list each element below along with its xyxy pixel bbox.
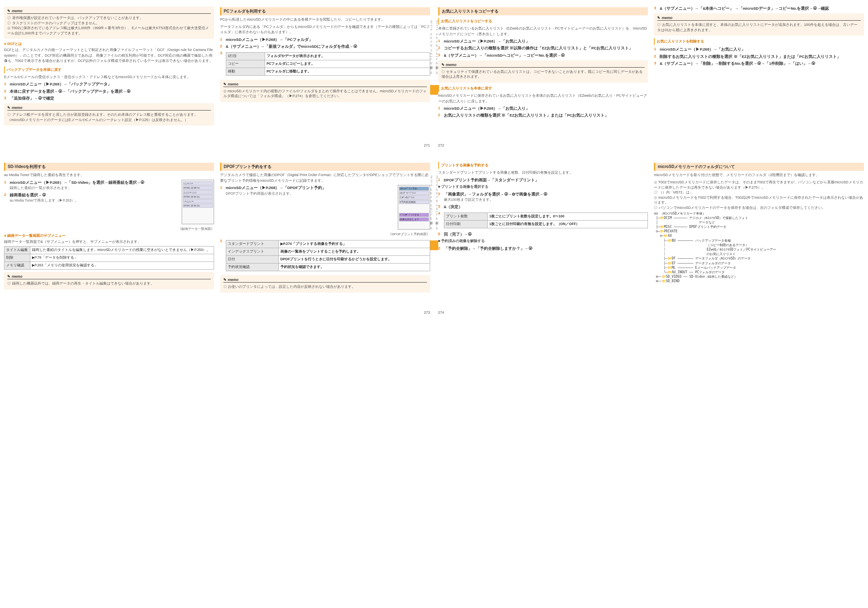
page-numbers-row1: 271 272 [4, 140, 864, 147]
body: 録画データ一覧画面で&（サブメニュー）を押すと、サブメニューが表示されます。 [4, 239, 214, 245]
subheading: お気に入りリストをコピーする [438, 18, 648, 25]
step: 3 1行目フォルダやデータが表示されます。 コピーPCフォルダにコピーします。 … [220, 51, 430, 77]
side-text: microＳＤメモリカードを利用する [429, 20, 433, 73]
step: 3&（サブメニュー）→「&本体へコピー」 →「microSDデータ」→コピーNo… [654, 6, 864, 11]
subheading: プリントする画像を予約する [438, 162, 648, 169]
screenshot-caption: 《DPOFプリント予約画面》 [220, 232, 430, 237]
dpof-table: スタンダードプリント▶P.274「プリントする画像を予約する」 インデックスプリ… [226, 240, 430, 271]
memo-list: アドレス帳データを戻すと戻した分が新規登録されます。そのため本体のアドレス帳と重… [7, 112, 211, 122]
heading-dpof: DPOFプリント予約をする [220, 163, 430, 171]
memo-box: memo 著作権保護が設定されているデータは、バックアップできないことがあります… [4, 6, 214, 39]
memo-list: セキュリティで保護されているお気に入りリストは、コピーできないことがあります。既… [441, 69, 645, 79]
memo-list: microSDメモリカード内の複数のファイルやフォルダをまとめて操作することはで… [223, 89, 427, 99]
memo-box: memo 録画した機器以外では、録画データの再生・タイトル編集はできない場合があ… [4, 272, 214, 289]
memo-header: memo [441, 63, 645, 68]
p273-col-left: SD-Videoを利用する au Media Tunerで録画した番組を再生でき… [4, 159, 214, 295]
page-numbers-row2: 273 274 [4, 307, 864, 315]
page-273: SD-Videoを利用する au Media Tunerで録画した番組を再生でき… [4, 159, 430, 295]
step: 5回（完了）→⦿ [438, 232, 648, 237]
subheading: お気に入りリストを本体に戻す [438, 85, 648, 92]
pc-table: 1行目フォルダやデータが表示されます。 コピーPCフォルダにコピーします。 移動… [226, 52, 430, 76]
memo-box: memo お気に入りリストを本体に戻すと、本体のお気に入りリストにデータが追加さ… [654, 13, 864, 36]
memo-box: memo セキュリティで保護されているお気に入りリストは、コピーできないことがあ… [438, 60, 648, 83]
step: 2録画番組を選択→⦿au Media Tunerで再生します（▶P.253）。 [4, 192, 179, 203]
step: 2コピーするお気に入りの種類を選択 ※以降の操作は「EZお気に入りリスト」と「P… [438, 45, 648, 51]
body-list: T002でmicroSDメモリカードに保存したデータは、そのままT002で再生で… [654, 180, 864, 210]
p273-col-right: DPOFプリント予約をする デジタルカメラで撮影した画像のDPOF（Digita… [220, 159, 430, 295]
spread-2: SD-Videoを利用する au Media Tunerで録画した番組を再生でき… [4, 159, 864, 295]
block-label: ■ 予約済みの画像を解除する [438, 238, 648, 244]
step: 2本体に戻すデータを選択→⦿→「バックアップデータ」を選択→⦿ [4, 89, 214, 94]
body: microSDメモリカードを取り付けた状態で、メモリカードのフォルダ（2階層目ま… [654, 172, 864, 178]
body: au Media Tunerで録画した番組を再生できます。 [4, 172, 214, 178]
p271-col-left: memo 著作権保護が設定されているデータは、バックアップできないことがあります… [4, 4, 214, 128]
step: 3&（決定） [438, 204, 648, 209]
block-label: ■ プリントする画像を選択する [438, 184, 648, 190]
memo-header: memo [657, 16, 861, 21]
step: 1microSDメニュー（▶P.268）→「お気に入り」 [438, 106, 648, 111]
memo-list: 著作権保護が設定されているデータは、バックアップできないことがあります。 タスク… [7, 15, 211, 36]
step: 2「予約全解除」→「予約全解除しますか？」→⦿ [438, 246, 648, 251]
folder-tree: ⊟⊡ （microSDメモリカード本体） ├─📁DCIM ─────── デジカ… [654, 211, 864, 284]
heading-restore: バックアップデータを本体に戻す [4, 66, 214, 73]
page-271: memo 著作権保護が設定されているデータは、バックアップできないことがあります… [4, 4, 430, 128]
memo-box: memo microSDメモリカード内の複数のファイルやフォルダをまとめて操作す… [220, 80, 430, 102]
step: 1DPOFプリント予約画面→「スタンダードプリント」 [438, 177, 648, 183]
sdvideo-table: タイトル編集録画した番組のタイトルを編集します。microSDメモリカードの残量… [4, 246, 214, 270]
body: 本体に登録されているお気に入りリスト（EZwebのお気に入りリスト・PCサイトビ… [438, 26, 648, 37]
step: 2削除するお気に入りリストの種類を選択 ※「EZお気に入りリスト」または「PCお… [654, 54, 864, 59]
page-272: microＳＤメモリカードを利用する お気に入りリストをコピーする お気に入りリ… [438, 4, 864, 128]
print-table: プリント枚数1枚ごとにプリント枚数を設定します。0〜100 日付印刷1枚ごとに日… [444, 213, 648, 228]
body: PCから転送したmicroSDメモリカードの中にある各種データを閲覧したり、コピ… [220, 17, 430, 23]
step: 1microSDメニュー（▶P.268）→「お気に入り」 [438, 38, 648, 44]
memo-header: memo [7, 9, 211, 14]
page-number: 271 [4, 143, 430, 147]
p272-col-left: お気に入りリストをコピーする お気に入りリストをコピーする 本体に登録されている… [438, 4, 648, 128]
screenshot-dpof: DPOFﾌﾟﾘﾝﾄ予約 ｽﾀﾝﾀﾞｰﾄﾞﾌﾟﾘﾝﾄ ｲﾝﾃﾞｯｸｽﾌﾟﾘﾝﾄ 4… [398, 185, 430, 230]
step: 1microSDメニュー（▶P.268）→「PCフォルダ」 [220, 37, 430, 42]
body: デジタルカメラで撮影した画像のDPOF（Digital Print Order … [220, 172, 430, 183]
side-tab [433, 85, 438, 95]
screenshot-sdvideo: ○△×□○× 07/06 13:38 4c △△◇×○△◇ 07/05 13:3… [182, 180, 214, 224]
step: 3&（サブメニュー）→「削除」→削除するNo.を選択→⦿→「1件削除」→「はい」… [654, 61, 864, 66]
subheading: お気に入りリストを削除する [654, 38, 864, 45]
memo-header: memo [7, 274, 211, 279]
step: 2「画像選択」→フォルダを選択→⦿→✿で画像を選択→⦿最大100枚まで設定できま… [438, 191, 648, 202]
memo-header: memo [223, 82, 427, 87]
step: 1microSDメニュー（▶P.268）→「DPOFプリント予約」DPOFプリン… [220, 185, 395, 196]
body: スタンダードプリントでプリントする画像と枚数、日付印刷の有無を設定します。 [438, 170, 648, 176]
heading-dcf: DCFとは [4, 41, 214, 47]
side-text: microＳＤメモリカードを利用する [435, 20, 439, 73]
body-dcf: DCFとは、デジタルカメラの統一フォーマットとして制定された画像ファイルフォーマ… [4, 47, 214, 64]
heading-fav: お気に入りリストをコピーする [438, 7, 648, 15]
memo-box: memo アドレス帳データを戻すと戻した分が新規登録されます。そのため本体のアド… [4, 103, 214, 125]
heading-sdvideo: SD-Videoを利用する [4, 163, 214, 171]
body-restore: EメールやCメールの受信ボックス・送信ボックス・アドレス帳などをmicroSDメ… [4, 74, 214, 80]
heading-pc: PCフォルダを利用する [220, 7, 430, 15]
page-number: 274 [438, 310, 864, 315]
body: microSDメモリカードに保存されているお気に入りリストを本体のお気に入りリス… [438, 93, 648, 104]
p274-col-left: プリントする画像を予約する スタンダードプリントでプリントする画像と枚数、日付印… [438, 159, 648, 295]
step: 2&（サブメニュー）→「新規フォルダ」でmicroSDにフォルダを作成→⦿ [220, 44, 430, 49]
side-text: microＳＤメモリカードを利用する [435, 176, 439, 229]
subheading: 録画データ一覧画面のサブメニュー [4, 233, 214, 238]
step: 1microSDメニュー（▶P.268）→「バックアップデータ」 [4, 81, 214, 87]
side-tab [433, 240, 438, 250]
side-text: microＳＤメモリカードを利用する [429, 176, 433, 229]
memo-list: お使いのプリンタによっては、設定した内容が反映されない場合があります。 [223, 284, 427, 289]
body: データフォルダ内にある「PCフォルダ」からもmicroSDメモリカードのデータを… [220, 24, 430, 35]
step: 3&（サブメニュー）→「microSDへコピー」→コピーNo.を選択→⦿ [438, 53, 648, 58]
step: 4 プリント枚数1枚ごとにプリント枚数を設定します。0〜100 日付印刷1枚ごと… [438, 211, 648, 230]
step: 2 スタンダードプリント▶P.274「プリントする画像を予約する」 インデックス… [220, 238, 430, 273]
step: 3「追加保存」→⦿で確定 [4, 96, 214, 101]
page-274: microＳＤメモリカードを利用する プリントする画像を予約する スタンダードプ… [438, 159, 864, 295]
step: 2お気に入りリストの種類を選択 ※「EZお気に入りリスト」または「PCお気に入り… [438, 113, 648, 118]
screenshot-caption: 《録画データ一覧画面》 [4, 227, 214, 232]
memo-list: お気に入りリストを本体に戻すと、本体のお気に入りリストにデータが追加されます。1… [657, 22, 861, 32]
step: 1microSDメニュー（▶P.268）→「お気に入り」 [654, 47, 864, 52]
p274-col-right: microSDメモリカードのフォルダについて microSDメモリカードを取り付… [654, 159, 864, 295]
heading-folder: microSDメモリカードのフォルダについて [654, 163, 864, 171]
memo-header: memo [223, 278, 427, 283]
page-number: 273 [4, 310, 430, 315]
p271-col-right: PCフォルダを利用する PCから転送したmicroSDメモリカードの中にある各種… [220, 4, 430, 128]
